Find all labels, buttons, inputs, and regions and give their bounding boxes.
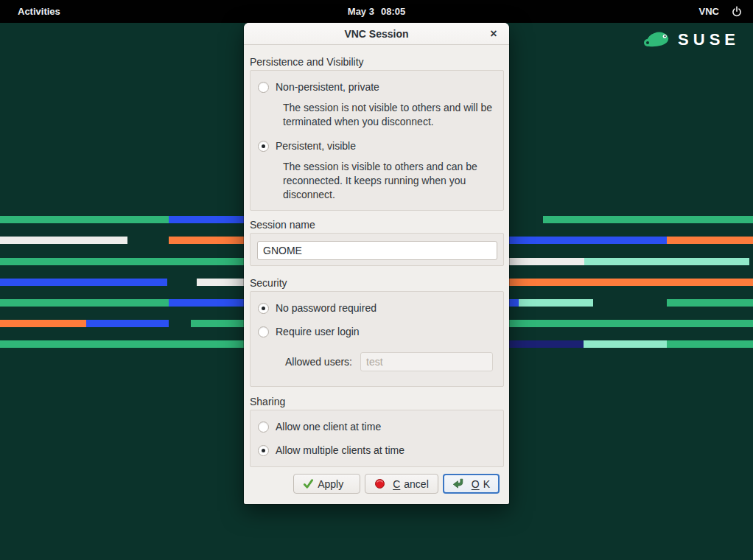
radio-persistent[interactable]: Persistent, visible [258,139,496,153]
background-bar-segment [584,340,667,348]
sharing-frame: Allow one client at time Allow multiple … [250,410,504,467]
background-bar-segment [191,320,244,327]
background-bar-segment [0,258,244,265]
background-bar-segment [0,320,86,327]
sharing-section-label: Sharing [250,395,504,410]
radio-label: Persistent, visible [276,140,356,152]
dialog-titlebar[interactable]: VNC Session × [244,23,509,45]
radio-non-persistent[interactable]: Non-persistent, private [258,80,496,94]
background-bar-segment [509,279,753,286]
background-bar-segment [169,237,244,244]
check-icon [303,478,314,489]
dialog-title: VNC Session [344,28,408,40]
background-bar-segment [667,237,753,244]
persistence-section-label: Persistence and Visibility [250,55,504,70]
radio-circle-persistent[interactable] [258,141,269,152]
session-name-frame [250,233,504,266]
background-bar-segment [509,340,584,348]
security-section-label: Security [250,276,504,291]
radio-circle-no-password[interactable] [258,303,269,314]
background-bar-segment [667,299,753,307]
background-bar-segment [169,216,244,223]
background-bar-segment [0,216,169,223]
background-bar-segment [509,299,519,307]
radio-one-client[interactable]: Allow one client at time [258,419,496,434]
background-bar-segment [0,299,169,307]
close-icon[interactable]: × [486,26,502,42]
allowed-users-label: Allowed users: [258,356,352,368]
background-bar-segment [667,340,753,348]
background-bar-segment [0,237,127,244]
background-bar-segment [584,258,749,265]
security-frame: No password required Require user login … [250,291,504,387]
session-name-input[interactable] [257,241,497,260]
background-bar-segment [0,340,244,348]
radio-label: Require user login [276,326,360,337]
radio-circle-non-persistent[interactable] [258,82,269,93]
radio-circle-one-client[interactable] [258,421,269,433]
background-bar-segment [197,279,244,286]
non-persistent-description: The session is not visible to others and… [283,101,507,129]
radio-require-login[interactable]: Require user login [258,324,496,339]
background-bar-segment [509,320,753,327]
radio-circle-multiple-clients[interactable] [258,445,269,456]
stop-icon [374,478,385,489]
background-bar-segment [519,299,593,307]
radio-label: Non-persistent, private [276,81,379,93]
radio-label: No password required [276,302,376,314]
radio-circle-require-login[interactable] [258,326,269,337]
session-name-section-label: Session name [250,218,504,233]
radio-label: Allow multiple clients at time [276,444,404,456]
radio-no-password[interactable]: No password required [258,301,496,315]
radio-label: Allow one client at time [276,421,381,433]
background-bar-segment [86,320,169,327]
persistent-description: The session is visible to others and can… [283,160,507,202]
background-bar-segment [543,216,753,223]
background-bar-segment [509,237,667,244]
cancel-button[interactable]: Cancel [365,474,438,494]
allowed-users-input[interactable] [360,352,493,371]
radio-multiple-clients[interactable]: Allow multiple clients at time [258,443,496,458]
vnc-session-dialog: VNC Session × Persistence and Visibility… [244,23,509,504]
ok-button[interactable]: OK [443,474,500,494]
apply-button[interactable]: Apply [293,474,360,494]
background-bar-segment [509,258,584,265]
background-bar-segment [0,279,167,286]
background-bar-segment [169,299,244,307]
persistence-frame: Non-persistent, private The session is n… [250,70,504,211]
return-arrow-icon [452,478,464,489]
